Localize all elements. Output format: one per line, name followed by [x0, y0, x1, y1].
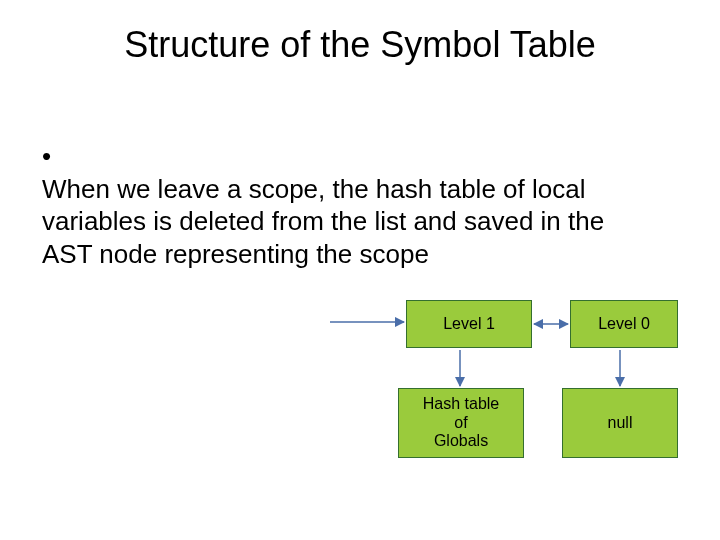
bullet-item: • When we leave a scope, the hash table … [42, 140, 662, 270]
diagram: Level 1 Level 0 Hash tableofGlobals null [0, 0, 720, 540]
box-hash-table-globals: Hash tableofGlobals [398, 388, 524, 458]
box-level-1: Level 1 [406, 300, 532, 348]
box-null: null [562, 388, 678, 458]
diagram-arrows [0, 0, 720, 540]
bullet-dot: • [42, 140, 66, 173]
box-level-0: Level 0 [570, 300, 678, 348]
slide-title: Structure of the Symbol Table [0, 24, 720, 66]
bullet-text: When we leave a scope, the hash table of… [42, 173, 632, 271]
